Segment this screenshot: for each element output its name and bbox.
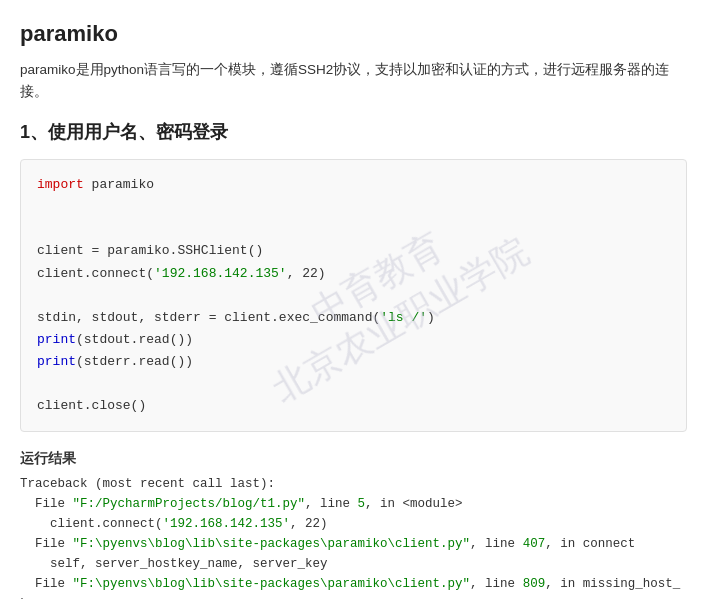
output-block: Traceback (most recent call last): File … xyxy=(20,474,687,599)
output-label: 运行结果 xyxy=(20,448,687,470)
output-section: 运行结果 Traceback (most recent call last): … xyxy=(20,448,687,599)
code-block: import paramiko client = paramiko.SSHCli… xyxy=(20,159,687,432)
page-title: paramiko xyxy=(20,16,687,51)
section1-title: 1、使用用户名、密码登录 xyxy=(20,118,687,147)
intro-text: paramiko是用python语言写的一个模块，遵循SSH2协议，支持以加密和… xyxy=(20,59,687,102)
